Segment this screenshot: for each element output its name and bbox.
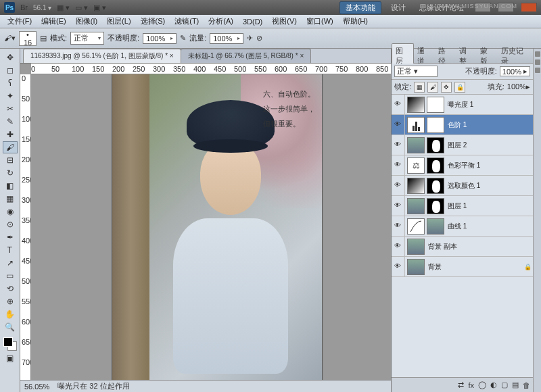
zoom-dropdown[interactable]: 56.1 ▾ (33, 4, 51, 11)
mask-icon[interactable]: ◯ (478, 381, 486, 389)
menu-edit[interactable]: 编辑(E) (37, 15, 71, 28)
visibility-icon[interactable]: 👁 (393, 201, 402, 211)
menu-analysis[interactable]: 分析(A) (204, 15, 238, 28)
tablet-size-icon[interactable]: ⊘ (256, 34, 262, 43)
opacity-input[interactable]: 100%▸ (143, 33, 177, 44)
layer-name[interactable]: 曝光度 1 (448, 100, 473, 109)
layer-row[interactable]: 👁色阶 1 (392, 115, 533, 135)
layer-row[interactable]: 👁背景 副本 (392, 237, 533, 257)
history-brush-tool[interactable]: ↻ (3, 167, 18, 179)
layer-name[interactable]: 背景 (428, 262, 442, 272)
mask-thumb[interactable] (427, 157, 444, 174)
app-icon[interactable]: Ps (4, 2, 15, 13)
eraser-tool[interactable]: ◧ (3, 180, 18, 192)
lock-pixels-button[interactable]: 🖌 (427, 82, 438, 93)
collapsed-panel-icon[interactable] (535, 68, 540, 73)
layer-row[interactable]: 👁图层 1 (392, 196, 533, 216)
layers-list[interactable]: 👁曝光度 1👁色阶 1👁图层 2👁⚖色彩平衡 1👁选取颜色 1👁图层 1👁曲线 … (392, 95, 533, 377)
lock-trans-button[interactable]: ▦ (414, 82, 425, 93)
layer-thumb[interactable] (407, 178, 425, 194)
menu-view[interactable]: 视图(V) (267, 15, 302, 28)
shape-tool[interactable]: ▭ (3, 270, 18, 282)
visibility-icon[interactable]: 👁 (393, 222, 402, 231)
visibility-icon[interactable]: 👁 (393, 141, 402, 150)
layer-row[interactable]: 👁曲线 1 (392, 216, 533, 237)
layer-name[interactable]: 色阶 1 (448, 120, 467, 130)
stamp-tool[interactable]: ⊟ (3, 154, 18, 166)
blur-tool[interactable]: ◉ (3, 205, 18, 218)
arrange-icon[interactable]: ▭ ▾ (75, 3, 88, 12)
layer-row[interactable]: 👁选取颜色 1 (392, 176, 533, 196)
layer-fill-input[interactable]: 100%▸ (507, 82, 530, 91)
wand-tool[interactable]: ✦ (3, 90, 18, 102)
collapsed-panel-icon[interactable] (535, 51, 540, 57)
view-rotate-icon[interactable]: ▦ ▾ (57, 3, 70, 12)
menu-help[interactable]: 帮助(H) (338, 15, 373, 28)
airbrush-icon[interactable]: ✈ (247, 34, 253, 43)
layer-name[interactable]: 图层 1 (448, 201, 467, 211)
menu-select[interactable]: 选择(S) (136, 15, 170, 28)
layer-thumb[interactable] (407, 137, 425, 153)
menu-window[interactable]: 窗口(W) (302, 15, 338, 28)
link-layers-icon[interactable]: ⇄ (458, 381, 464, 389)
quickmask-tool[interactable]: ▣ (3, 352, 18, 364)
close-button[interactable] (521, 3, 537, 12)
layer-thumb[interactable] (407, 218, 425, 235)
dodge-tool[interactable]: ⊙ (3, 218, 18, 230)
layer-thumb[interactable] (407, 198, 425, 214)
visibility-icon[interactable]: 👁 (393, 161, 402, 170)
new-layer-icon[interactable]: ▤ (512, 381, 519, 389)
delete-layer-icon[interactable]: 🗑 (523, 381, 530, 389)
3d-tool[interactable]: ⟲ (3, 283, 18, 295)
visibility-icon[interactable]: 👁 (393, 181, 402, 191)
menu-3d[interactable]: 3D(D) (238, 16, 267, 27)
layer-name[interactable]: 曲线 1 (448, 222, 467, 231)
blend-mode-select[interactable]: 正常▾ (70, 32, 104, 45)
visibility-icon[interactable]: 👁 (393, 262, 402, 272)
visibility-icon[interactable]: 👁 (393, 120, 402, 130)
menu-image[interactable]: 图像(I) (71, 15, 102, 28)
tablet-opacity-icon[interactable]: ✎ (180, 34, 186, 43)
crop-tool[interactable]: ✂ (3, 103, 18, 115)
mask-thumb[interactable] (427, 117, 444, 133)
mask-thumb[interactable] (427, 178, 444, 194)
doc-tab-1[interactable]: 11639393.jpg @ 56.1% (色阶 1, 图层蒙版/8) * × (23, 49, 181, 63)
lock-pos-button[interactable]: ✥ (441, 82, 452, 93)
layer-thumb[interactable] (407, 117, 425, 133)
type-tool[interactable]: T (3, 244, 18, 256)
path-tool[interactable]: ↗ (3, 257, 18, 269)
menu-file[interactable]: 文件(F) (3, 15, 37, 28)
visibility-icon[interactable]: 👁 (393, 242, 402, 251)
workspace-design-button[interactable]: 设计 (387, 3, 410, 13)
layer-blend-select[interactable]: 正常▾ (394, 66, 438, 77)
layer-thumb[interactable] (407, 259, 425, 275)
collapsed-panel-icon[interactable] (535, 59, 540, 65)
gradient-tool[interactable]: ▦ (3, 193, 18, 205)
layer-row[interactable]: 👁背景🔒 (392, 257, 533, 277)
marquee-tool[interactable]: ◻ (3, 64, 18, 76)
workspace-basic-button[interactable]: 基本功能 (339, 1, 381, 14)
mask-thumb[interactable] (427, 218, 444, 235)
pen-tool[interactable]: ✒ (3, 231, 18, 243)
lasso-tool[interactable]: ʕ (3, 77, 18, 89)
menu-layer[interactable]: 图层(L) (102, 15, 135, 28)
visibility-icon[interactable]: 👁 (393, 100, 402, 109)
mask-thumb[interactable] (427, 97, 444, 113)
layer-thumb[interactable] (407, 97, 425, 113)
move-tool[interactable]: ✥ (3, 51, 18, 64)
3d-camera-tool[interactable]: ⊕ (3, 295, 18, 308)
layer-thumb[interactable] (407, 239, 425, 255)
group-icon[interactable]: ▢ (501, 381, 508, 389)
layer-row[interactable]: 👁曝光度 1 (392, 95, 533, 115)
flow-input[interactable]: 100%▸ (210, 33, 243, 44)
screen-mode-icon[interactable]: ▣ ▾ (93, 3, 106, 12)
layer-opacity-input[interactable]: 100%▸ (500, 66, 530, 76)
mask-thumb[interactable] (427, 137, 444, 153)
heal-tool[interactable]: ✚ (3, 128, 18, 141)
doc-tab-2[interactable]: 未标题-1 @ 66.7% (图层 5, RGB/8) * × (181, 49, 312, 63)
collapsed-panels[interactable] (533, 49, 541, 392)
eyedropper-tool[interactable]: ✎ (3, 116, 18, 128)
fx-icon[interactable]: fx (468, 381, 474, 389)
tool-preset-icon[interactable]: 🖌▾ (4, 34, 16, 43)
canvas[interactable]: 六、自动色阶。 这一步很简单， 但很重要。 (31, 74, 391, 380)
